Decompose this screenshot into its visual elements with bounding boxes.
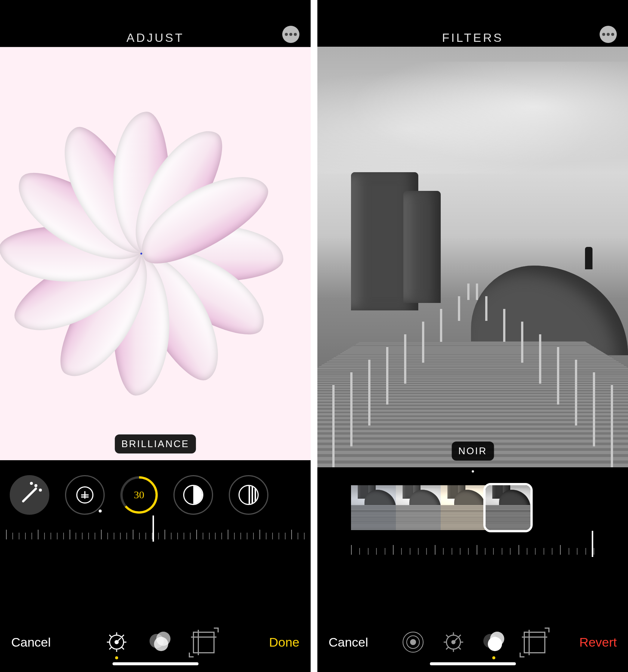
filter-thumb-mono[interactable] [396, 485, 441, 530]
auto-enhance-button[interactable] [10, 475, 49, 515]
highlights-icon [183, 485, 203, 505]
live-photo-mode-button[interactable] [403, 632, 424, 653]
slider-ticks [6, 524, 305, 539]
crop-icon [193, 632, 215, 653]
done-button[interactable]: Done [269, 635, 299, 650]
highlights-button[interactable] [173, 475, 213, 515]
svg-line-10 [117, 638, 121, 642]
crop-icon [524, 632, 545, 653]
adjust-tools-row[interactable]: 30 [0, 460, 311, 518]
adjust-dial-icon [106, 632, 127, 653]
crop-mode-button[interactable] [193, 632, 214, 653]
crop-mode-button[interactable] [524, 632, 545, 653]
filter-thumb-dramatic-cool[interactable] [351, 485, 396, 530]
value-slider[interactable] [6, 524, 305, 554]
filters-mode-button[interactable] [483, 632, 504, 653]
svg-line-17 [446, 635, 449, 637]
top-bar: FILTERS [317, 0, 628, 47]
page-title: FILTERS [442, 31, 503, 45]
slider-ticks [351, 540, 594, 555]
filter-thumbnails[interactable] [317, 475, 628, 530]
brilliance-value: 30 [123, 479, 156, 511]
cancel-button[interactable]: Cancel [329, 635, 368, 650]
revert-button[interactable]: Revert [579, 635, 617, 650]
intensity-slider[interactable] [351, 540, 594, 570]
filter-thumb-silvertone[interactable] [441, 485, 486, 530]
brilliance-button[interactable]: 30 [120, 476, 158, 514]
shadows-icon [238, 485, 259, 505]
brilliance-ring-icon: 30 [120, 476, 158, 514]
page-title: ADJUST [126, 31, 184, 45]
home-indicator[interactable] [113, 662, 198, 665]
svg-line-7 [122, 647, 124, 650]
cancel-button[interactable]: Cancel [11, 635, 51, 650]
mode-tabs [368, 632, 579, 653]
photo-content-flower [0, 47, 311, 460]
adjust-mode-button[interactable] [443, 632, 464, 653]
svg-line-20 [446, 647, 449, 650]
filters-icon [483, 632, 506, 649]
more-menu-button[interactable] [600, 26, 617, 43]
filter-thumb-noir[interactable] [486, 485, 530, 530]
wand-icon [19, 485, 40, 505]
editor-adjust-screen: ADJUST BRILLIANCE [0, 0, 311, 672]
slider-pointer[interactable] [153, 515, 154, 542]
adjustment-name-badge: BRILLIANCE [115, 434, 196, 453]
active-mode-indicator [492, 656, 495, 659]
exposure-button[interactable] [65, 475, 105, 515]
home-indicator[interactable] [430, 662, 516, 665]
adjust-dial-icon [443, 632, 464, 653]
more-menu-button[interactable] [282, 26, 299, 43]
mode-tabs [51, 632, 269, 653]
svg-line-9 [109, 647, 111, 650]
svg-line-21 [453, 638, 458, 642]
photo-preview[interactable]: NOIR [317, 47, 628, 467]
filters-mode-button[interactable] [150, 632, 170, 653]
slider-origin-dot [99, 510, 102, 512]
selected-filter-dot [472, 470, 474, 473]
editor-filters-screen: FILTERS NOIR [317, 0, 628, 672]
svg-line-19 [459, 635, 461, 637]
slider-pointer[interactable] [592, 531, 593, 557]
svg-line-8 [122, 635, 124, 637]
top-bar: ADJUST [0, 0, 311, 47]
photo-preview[interactable]: BRILLIANCE [0, 47, 311, 460]
filters-icon [150, 632, 172, 649]
filter-name-badge: NOIR [452, 442, 494, 461]
shadows-button[interactable] [229, 475, 268, 515]
adjust-mode-button[interactable] [106, 632, 127, 653]
svg-line-6 [109, 635, 111, 637]
photo-content-ruins [317, 47, 628, 467]
active-mode-indicator [115, 656, 118, 659]
exposure-icon [76, 486, 93, 504]
svg-line-18 [459, 647, 461, 650]
